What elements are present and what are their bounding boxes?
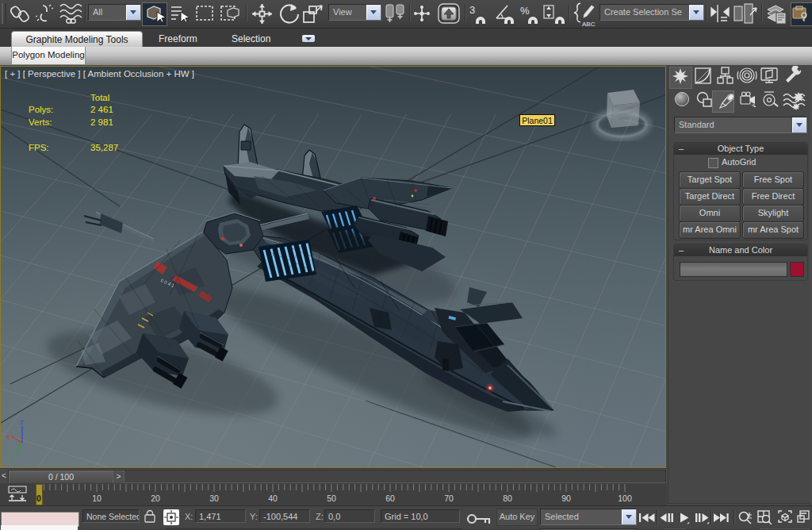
svg-text:x: x xyxy=(6,432,10,440)
svg-text:y: y xyxy=(9,453,13,461)
svg-text:100: 100 xyxy=(618,494,632,503)
svg-text:20: 20 xyxy=(151,494,160,503)
svg-text:60: 60 xyxy=(385,494,395,503)
svg-text:90: 90 xyxy=(561,494,571,503)
svg-text:10: 10 xyxy=(92,494,102,503)
svg-text:30: 30 xyxy=(209,494,219,503)
svg-text:z: z xyxy=(20,418,24,426)
svg-text:50: 50 xyxy=(327,494,336,503)
svg-text:80: 80 xyxy=(503,494,512,503)
svg-text:40: 40 xyxy=(268,494,278,503)
svg-text:70: 70 xyxy=(444,494,454,503)
